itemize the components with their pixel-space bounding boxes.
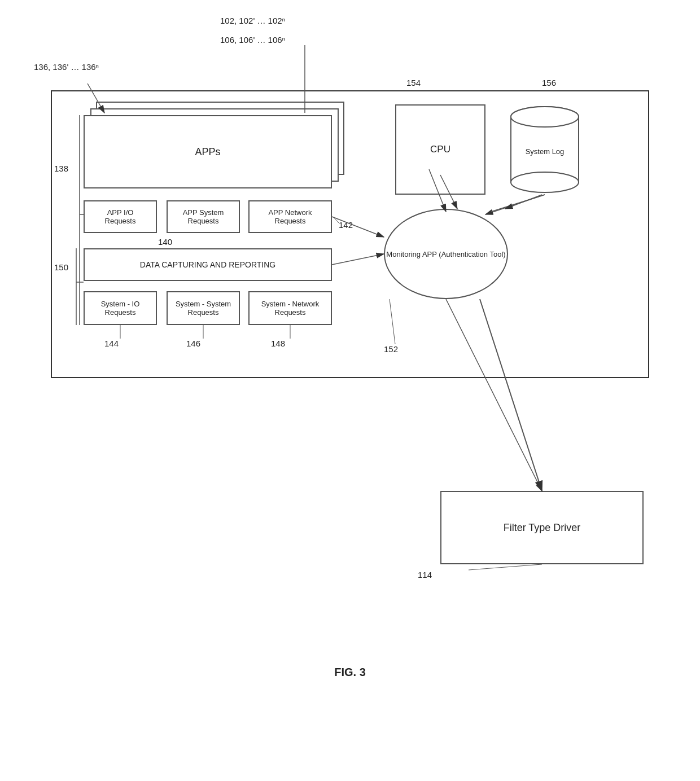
svg-point-2	[511, 172, 579, 192]
ref-114-label: 114	[418, 570, 432, 580]
diagram: 102, 102' … 102ⁿ 106, 106' … 106ⁿ 136, 1…	[0, 0, 700, 781]
svg-line-24	[469, 564, 542, 570]
apps-box: APPs	[84, 115, 332, 188]
ref-154-label: 154	[406, 78, 421, 87]
ref-102-label: 102, 102' … 102ⁿ	[220, 16, 285, 25]
ref-142-label: 142	[339, 220, 353, 230]
sys-io-box: System - IO Requests	[84, 291, 157, 325]
svg-point-3	[511, 107, 579, 127]
monitoring-app-ellipse: Monitoring APP (Authentication Tool)	[384, 209, 508, 299]
ref-156-label: 156	[542, 78, 556, 87]
data-capturing-box: DATA CAPTURING AND REPORTING	[84, 248, 332, 281]
svg-text:System Log: System Log	[526, 147, 565, 156]
fig-label: FIG. 3	[305, 666, 395, 679]
ref-148-label: 148	[271, 339, 285, 348]
app-io-box: APP I/O Requests	[84, 200, 157, 233]
ref-136-label: 136, 136' … 136ⁿ	[34, 62, 99, 72]
ref-150-label: 150	[54, 262, 68, 272]
sys-system-box: System - System Requests	[167, 291, 240, 325]
ref-152-label: 152	[384, 344, 398, 354]
filter-driver-box: Filter Type Driver	[440, 491, 644, 564]
app-system-box: APP System Requests	[167, 200, 240, 233]
ref-106-label: 106, 106' … 106ⁿ	[220, 35, 285, 45]
ref-146-label: 146	[186, 339, 200, 348]
app-network-box: APP Network Requests	[248, 200, 332, 233]
ref-140-label: 140	[158, 237, 172, 247]
system-log-cylinder: System Log	[508, 104, 581, 195]
cpu-box: CPU	[395, 104, 485, 195]
ref-138-label: 138	[54, 164, 68, 173]
sys-network-box: System - Network Requests	[248, 291, 332, 325]
ref-144-label: 144	[104, 339, 119, 348]
